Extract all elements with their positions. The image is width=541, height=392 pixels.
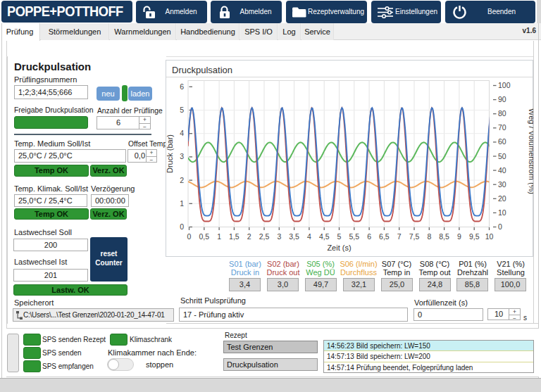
svg-text:2: 2 bbox=[180, 176, 184, 184]
svg-text:1: 1 bbox=[180, 199, 184, 208]
svg-text:1: 1 bbox=[217, 232, 221, 241]
svg-text:2,5: 2,5 bbox=[259, 232, 270, 241]
svg-text:0: 0 bbox=[498, 222, 502, 231]
svg-text:80: 80 bbox=[498, 109, 506, 118]
svg-text:3: 3 bbox=[277, 232, 281, 241]
svg-text:60: 60 bbox=[498, 137, 506, 146]
svg-text:6,5: 6,5 bbox=[379, 232, 390, 241]
svg-text:1,5: 1,5 bbox=[229, 232, 240, 241]
svg-text:8: 8 bbox=[427, 232, 431, 241]
svg-text:50: 50 bbox=[498, 152, 506, 160]
svg-text:7: 7 bbox=[397, 232, 402, 241]
svg-text:0: 0 bbox=[180, 222, 184, 231]
svg-text:5: 5 bbox=[180, 106, 184, 114]
svg-text:40: 40 bbox=[498, 166, 506, 175]
svg-text:30: 30 bbox=[498, 180, 506, 189]
svg-text:8,5: 8,5 bbox=[439, 232, 449, 241]
svg-text:7,5: 7,5 bbox=[409, 232, 420, 241]
svg-text:Weg / Volumenstrom (%): Weg / Volumenstrom (%) bbox=[528, 108, 533, 194]
svg-text:9,5: 9,5 bbox=[469, 232, 480, 241]
svg-text:4,5: 4,5 bbox=[319, 232, 330, 241]
svg-text:0,5: 0,5 bbox=[199, 232, 209, 241]
svg-text:2: 2 bbox=[247, 232, 251, 241]
svg-text:20: 20 bbox=[498, 194, 506, 203]
svg-text:3,5: 3,5 bbox=[289, 232, 299, 241]
svg-text:4: 4 bbox=[307, 232, 311, 241]
svg-text:6: 6 bbox=[180, 82, 184, 91]
svg-text:Druck (bar): Druck (bar) bbox=[166, 134, 174, 173]
svg-text:10: 10 bbox=[485, 232, 494, 241]
svg-text:Zeit (s): Zeit (s) bbox=[327, 244, 351, 252]
svg-text:10: 10 bbox=[498, 208, 506, 217]
svg-text:5: 5 bbox=[337, 232, 342, 241]
svg-text:100: 100 bbox=[498, 81, 511, 89]
svg-text:0: 0 bbox=[187, 232, 192, 241]
svg-text:6: 6 bbox=[367, 232, 371, 241]
svg-text:70: 70 bbox=[498, 123, 506, 132]
svg-text:3: 3 bbox=[180, 152, 184, 160]
svg-text:9: 9 bbox=[457, 232, 461, 241]
svg-text:90: 90 bbox=[498, 95, 506, 103]
svg-text:5,5: 5,5 bbox=[349, 232, 359, 241]
svg-text:4: 4 bbox=[180, 129, 184, 137]
